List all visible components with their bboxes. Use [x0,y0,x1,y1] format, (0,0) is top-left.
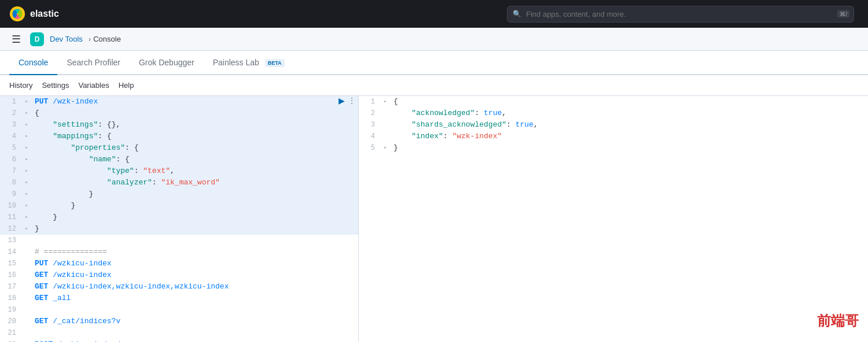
line-content: { [391,96,868,108]
line-content: "index": "wzk-index" [391,131,868,142]
line-gutter: ▸ [21,131,32,142]
line-content: "properties": { [32,142,358,154]
table-row: 15PUT /wzkicu-index [0,258,358,269]
line-number: 21 [0,327,21,339]
line-number: 11 [0,212,21,223]
line-content: GET _all [32,293,358,304]
line-gutter: ▸ [21,212,32,223]
table-row: 1▸PUT /wzk-index▶⋮ [0,96,358,108]
tab-painless-lab[interactable]: Painless Lab BETA [204,51,294,75]
table-row: 2 "acknowledged": true, [359,108,868,119]
table-row: 3▸ "settings": {}, [0,119,358,131]
table-row: 14# ============== [0,246,358,258]
toolbar: History Settings Variables Help [0,75,868,96]
table-row: 13 [0,235,358,246]
line-content: "analyzer": "ik_max_word" [32,177,358,188]
table-row: 4▸ "mappings": { [0,131,358,142]
line-content: } [32,212,358,223]
line-number: 10 [0,200,21,212]
table-row: 9▸ } [0,188,358,200]
line-gutter: ▸ [21,223,32,235]
line-number: 4 [359,131,380,142]
line-content: GET /wzkicu-index,wzkicu-index,wzkicu-in… [32,281,358,293]
line-content: "mappings": { [32,131,358,142]
table-row: 5▸ "properties": { [0,142,358,154]
table-row: 8▸ "analyzer": "ik_max_word" [0,177,358,188]
tab-console[interactable]: Console [9,51,57,75]
line-content: PUT /wzkicu-index [32,258,358,269]
line-number: 16 [0,269,21,281]
line-content: GET /_cat/indices?v [32,316,358,327]
table-row: 2▸{ [0,108,358,119]
table-row: 17GET /wzkicu-index,wzkicu-index,wzkicu-… [0,281,358,293]
line-number: 1 [359,96,380,108]
left-editor-pane[interactable]: 1▸PUT /wzk-index▶⋮2▸{3▸ "settings": {},4… [0,96,359,342]
tab-grok-debugger[interactable]: Grok Debugger [130,51,204,75]
line-number: 1 [0,96,21,108]
line-number: 12 [0,223,21,235]
line-content: { [32,108,358,119]
line-content: POST /wzkicu-index/_open [32,339,358,342]
table-row: 7▸ "type": "text", [0,165,358,177]
line-content: "shards_acknowledged": true, [391,119,868,131]
breadcrumb-bar: ☰ D Dev Tools › Console [0,28,868,51]
toolbar-history[interactable]: History [9,79,32,92]
elastic-logo-text: elastic [30,9,59,19]
table-row: 11▸ } [0,212,358,223]
line-number: 2 [359,108,380,119]
line-content: } [32,188,358,200]
app-icon: D [30,32,44,46]
table-row: 18GET _all [0,293,358,304]
line-gutter: ▸ [380,96,391,108]
hamburger-menu-button[interactable]: ☰ [9,31,23,48]
global-search-input[interactable] [507,6,854,23]
line-number: 5 [359,142,380,154]
line-content: } [391,142,868,154]
line-content: PUT /wzk-index [32,96,337,108]
line-gutter: ▸ [21,142,32,154]
table-row: 4 "index": "wzk-index" [359,131,868,142]
line-number: 5 [0,142,21,154]
table-row: 3 "shards_acknowledged": true, [359,119,868,131]
beta-badge: BETA [265,59,285,67]
line-gutter: ▸ [21,165,32,177]
line-gutter: ▸ [21,119,32,131]
editor-container: 1▸PUT /wzk-index▶⋮2▸{3▸ "settings": {},4… [0,96,868,342]
line-content: } [32,200,358,212]
tab-search-profiler[interactable]: Search Profiler [57,51,130,75]
more-options-button[interactable]: ⋮ [347,97,356,105]
table-row: 10▸ } [0,200,358,212]
elastic-logo[interactable]: elastic [9,6,59,22]
line-number: 3 [0,119,21,131]
table-row: 6▸ "name": { [0,154,358,165]
line-gutter: ▸ [380,142,391,154]
line-content: "settings": {}, [32,119,358,131]
line-gutter: ▸ [21,188,32,200]
line-content: # ============== [32,246,358,258]
breadcrumb-current-page: Console [93,35,121,43]
search-icon: 🔍 [513,10,521,18]
svg-point-0 [10,6,25,21]
right-output-pane: 1▸{2 "acknowledged": true,3 "shards_ackn… [359,96,868,342]
table-row: 19 [0,304,358,316]
line-gutter: ▸ [21,200,32,212]
table-row: 22POST /wzkicu-index/_open [0,339,358,342]
breadcrumb-app-link[interactable]: Dev Tools [46,34,86,45]
line-number: 15 [0,258,21,269]
toolbar-help[interactable]: Help [119,79,134,92]
line-number: 7 [0,165,21,177]
global-search-container: 🔍 ⌘/ [507,6,854,23]
keyboard-shortcut: ⌘/ [837,10,849,18]
tabs-bar: Console Search Profiler Grok Debugger Pa… [0,51,868,75]
line-number: 9 [0,188,21,200]
toolbar-variables[interactable]: Variables [78,79,109,92]
breadcrumb-separator: › [89,35,91,43]
line-number: 4 [0,131,21,142]
line-gutter: ▸ [21,96,32,108]
table-row: 16GET /wzkicu-index [0,269,358,281]
top-navigation: elastic 🔍 ⌘/ [0,0,868,28]
line-number: 22 [0,339,21,342]
line-number: 14 [0,246,21,258]
toolbar-settings[interactable]: Settings [42,79,69,92]
run-button[interactable]: ▶ [337,96,346,105]
